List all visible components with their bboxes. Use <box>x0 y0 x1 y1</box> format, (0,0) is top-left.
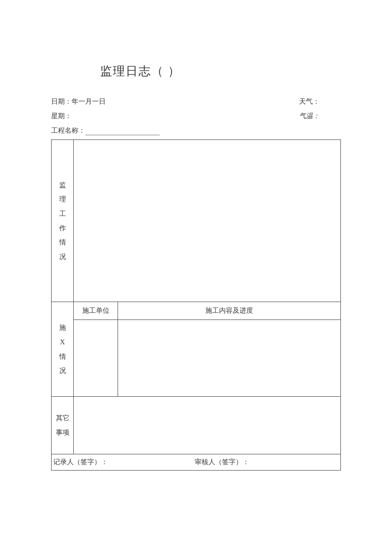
content-header-cell: 施工内容及进度 <box>118 302 341 320</box>
signature-cell: 记录人（签字）： 审核人（签字）： <box>52 454 341 471</box>
page-title: 监理日志（ ） <box>100 63 181 79</box>
other-content-cell <box>74 397 341 454</box>
header-row-weekday: 星期： 气温： <box>51 112 358 121</box>
recorder-label: 记录人（签字）： <box>53 458 108 465</box>
other-label-cell: 其它事项 <box>52 397 74 454</box>
weekday-label: 星期： <box>51 112 72 121</box>
project-label: 工程名称： <box>51 126 85 135</box>
weather-label: 天气： <box>299 97 320 106</box>
content-value-cell <box>118 320 341 397</box>
supervision-content-cell <box>74 140 341 302</box>
date-value: 年一月一日 <box>72 98 106 105</box>
construction-label-cell: 施X情况 <box>52 302 74 397</box>
unit-value-cell <box>74 320 118 397</box>
project-underline <box>85 135 160 135</box>
reviewer-label: 审核人（签字）： <box>195 458 249 467</box>
header-row-project: 工程名称： <box>51 126 358 135</box>
header-row-date: 日期：年一月一日 天气： <box>51 97 358 106</box>
temperature-label: 气温： <box>299 112 320 121</box>
date-label: 日期： <box>51 98 72 105</box>
supervision-label-cell: 监理工作情况 <box>52 140 74 302</box>
unit-header-cell: 施工单位 <box>74 302 118 320</box>
log-table: 监理工作情况 施X情况 施工单位 施工内容及进度 其它事项 记录人（签字）： 审… <box>51 139 341 471</box>
